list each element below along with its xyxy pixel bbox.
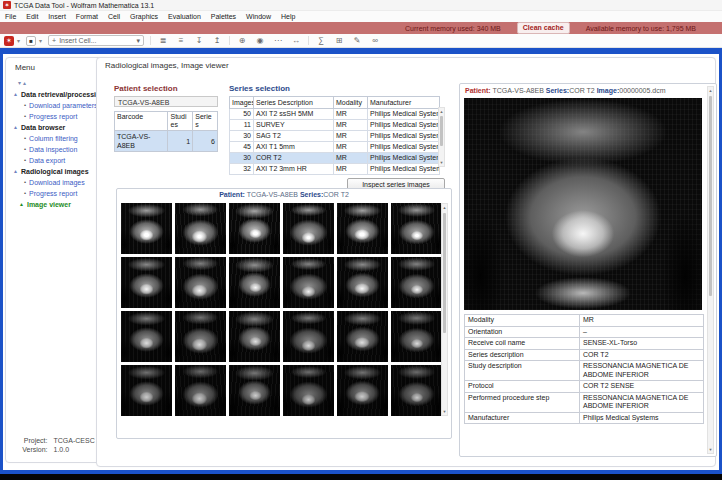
series-thumbnail[interactable]	[283, 203, 334, 254]
sidebar-item-download-images[interactable]: • Download images	[24, 177, 107, 188]
mathematica-logo-icon: ✶	[3, 1, 11, 9]
thumbnails-scrollbar[interactable]: ▲ ▼	[441, 203, 448, 416]
abort-evaluation-icon[interactable]: ■	[26, 36, 36, 46]
series-thumbnail[interactable]	[175, 311, 226, 362]
series-thumbnail[interactable]	[229, 203, 280, 254]
series-thumbnail[interactable]	[337, 311, 388, 362]
link-icon[interactable]: ∞	[369, 36, 381, 45]
target-icon[interactable]: ◉	[254, 36, 266, 45]
scroll-down-icon[interactable]: ▼	[442, 408, 447, 415]
clean-cache-button[interactable]: Clean cache	[517, 22, 570, 34]
series-row-selected[interactable]: 30 COR T2 MR Philips Medical Systems	[230, 153, 440, 164]
menu-format[interactable]: Format	[76, 13, 98, 20]
col-description: Series Description	[254, 97, 334, 109]
series-row[interactable]: 11 SURVEY MR Philips Medical Systems	[230, 120, 440, 131]
meta-value: COR T2 SENSE	[580, 381, 704, 393]
mathematica-toolbar-icon[interactable]: ✶	[4, 36, 14, 46]
cell-manufacturer: Philips Medical Systems	[368, 153, 440, 164]
sidebar-menu-card: Menu ▾▴ ▲ Data retrieval/processing • Do…	[5, 57, 108, 463]
scrollbar-thumb[interactable]	[709, 96, 712, 296]
scroll-up-icon[interactable]: ▲	[708, 87, 713, 94]
menu-help[interactable]: Help	[281, 13, 295, 20]
tree-collapse-expand[interactable]: ▾▴	[18, 78, 107, 89]
menu-insert[interactable]: Insert	[48, 13, 66, 20]
sidebar-section-radiological-images[interactable]: ▲ Radiological images	[13, 166, 107, 177]
menu-edit[interactable]: Edit	[26, 13, 38, 20]
series-thumbnail[interactable]	[391, 203, 442, 254]
scroll-down-icon[interactable]: ▼	[439, 159, 444, 166]
justification-icon[interactable]: ≣	[157, 36, 169, 45]
sidebar-item-data-inspection[interactable]: • Data inspection	[24, 144, 107, 155]
page-title: Radiological images, Image viewer	[105, 61, 229, 70]
series-thumbnail[interactable]	[283, 311, 334, 362]
sidebar-item-progress-report-1[interactable]: • Progress report	[24, 111, 107, 122]
scrollbar-thumb[interactable]	[443, 213, 446, 333]
sidebar-item-download-parameters[interactable]: • Download parameters	[24, 100, 107, 111]
sidebar-item-column-filtering[interactable]: • Column filtering	[24, 133, 107, 144]
series-thumbnail[interactable]	[229, 257, 280, 308]
menu-cell[interactable]: Cell	[108, 13, 120, 20]
memory-banner: Current memory used: 340 MB Clean cache …	[0, 22, 722, 34]
move-up-icon[interactable]: ↥	[211, 36, 223, 45]
series-thumbnail[interactable]	[337, 365, 388, 416]
width-icon[interactable]: ↔	[290, 36, 302, 45]
series-thumbnail[interactable]	[121, 365, 172, 416]
menu-graphics[interactable]: Graphics	[130, 13, 158, 20]
project-label: Project:	[14, 436, 48, 445]
series-thumbnail[interactable]	[121, 311, 172, 362]
scroll-down-icon[interactable]: ▼	[708, 446, 713, 453]
edit-icon[interactable]: ✎	[351, 36, 363, 45]
dicom-image-display[interactable]	[464, 98, 702, 310]
menu-evaluation[interactable]: Evaluation	[168, 13, 201, 20]
series-thumbnail[interactable]	[391, 311, 442, 362]
series-row[interactable]: 45 AXI T1 5mm MR Philips Medical Systems	[230, 142, 440, 153]
move-down-icon[interactable]: ↧	[193, 36, 205, 45]
matrix-icon[interactable]: ⊞	[333, 36, 345, 45]
metadata-row: Orientation –	[465, 326, 704, 338]
series-thumbnail[interactable]	[175, 257, 226, 308]
series-thumbnail[interactable]	[229, 365, 280, 416]
series-thumbnail[interactable]	[391, 257, 442, 308]
bullet-icon: •	[24, 188, 26, 199]
scrollbar-thumb[interactable]	[440, 116, 443, 146]
sum-icon[interactable]: ∑	[315, 36, 327, 45]
cell-description: AXI T2 ssSH 5MM	[254, 109, 334, 120]
sidebar-section-data-browser[interactable]: ▲ Data browser	[13, 122, 107, 133]
thumbnail-grid	[121, 203, 442, 416]
series-thumbnail[interactable]	[121, 257, 172, 308]
sidebar-item-progress-report-2[interactable]: • Progress report	[24, 188, 107, 199]
menu-file[interactable]: File	[5, 13, 16, 20]
patient-row[interactable]: TCGA-VS-A8EB 1 6	[115, 131, 218, 152]
series-thumbnail[interactable]	[283, 257, 334, 308]
insert-cell-dropdown[interactable]: + Insert Cell... ▾	[48, 35, 144, 46]
series-table-scrollbar[interactable]: ▲ ▼	[438, 107, 445, 167]
cell-modality: MR	[334, 164, 368, 175]
menu-window[interactable]: Window	[246, 13, 271, 20]
chevron-down-icon[interactable]: ▾	[39, 37, 42, 44]
ellipsis-icon[interactable]: ⋯	[272, 36, 284, 45]
patient-value: TCGA-VS-A8EB	[247, 191, 298, 198]
align-icon[interactable]: ⊕	[236, 36, 248, 45]
series-row[interactable]: 50 AXI T2 ssSH 5MM MR Philips Medical Sy…	[230, 109, 440, 120]
sidebar-item-data-export[interactable]: • Data export	[24, 155, 107, 166]
chevron-down-icon[interactable]: ▾	[17, 37, 20, 44]
patient-selector-dropdown[interactable]: TCGA-VS-A8EB	[114, 96, 218, 107]
cell-grouping-icon[interactable]: ≡	[175, 36, 187, 45]
series-row[interactable]: 32 AXI T2 3mm HR MR Philips Medical Syst…	[230, 164, 440, 175]
series-thumbnail[interactable]	[283, 365, 334, 416]
series-thumbnail[interactable]	[121, 203, 172, 254]
series-thumbnail[interactable]	[337, 257, 388, 308]
viewer-scrollbar[interactable]: ▲ ▼	[707, 86, 714, 454]
series-thumbnail[interactable]	[391, 365, 442, 416]
series-thumbnail[interactable]	[175, 203, 226, 254]
scroll-up-icon[interactable]: ▲	[442, 204, 447, 211]
series-thumbnail[interactable]	[337, 203, 388, 254]
scroll-up-icon[interactable]: ▲	[439, 108, 444, 115]
series-thumbnail[interactable]	[175, 365, 226, 416]
sidebar-section-data-retrieval[interactable]: ▲ Data retrieval/processing	[13, 89, 107, 100]
expand-all-icon[interactable]: ▴	[23, 80, 28, 86]
series-thumbnail[interactable]	[229, 311, 280, 362]
sidebar-item-image-viewer[interactable]: ▲ Image viewer	[19, 199, 107, 210]
menu-palettes[interactable]: Palettes	[211, 13, 236, 20]
series-row[interactable]: 30 SAG T2 MR Philips Medical Systems	[230, 131, 440, 142]
